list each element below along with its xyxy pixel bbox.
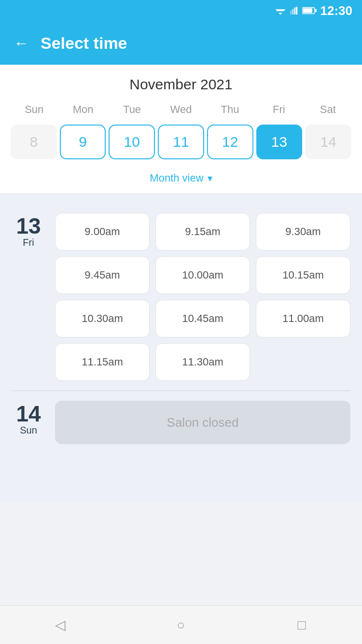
status-time: 12:30 [320, 3, 353, 18]
svg-rect-6 [294, 8, 295, 14]
month-view-toggle[interactable]: Month view ▾ [0, 167, 362, 194]
time-slot[interactable]: 9.30am [256, 213, 350, 251]
schedule-section: 13Fri9.00am9.15am9.30am9.45am10.00am10.1… [0, 194, 362, 502]
back-button[interactable]: ← [14, 34, 29, 52]
date-cell[interactable]: 14 [305, 125, 351, 159]
day-label: 14Sun [12, 401, 45, 444]
weekday-label: Fri [254, 101, 303, 118]
date-cell[interactable]: 11 [158, 125, 204, 159]
date-cell[interactable]: 12 [207, 125, 253, 159]
wifi-icon [275, 7, 286, 14]
svg-rect-5 [292, 9, 293, 14]
time-slot[interactable]: 11.30am [155, 343, 250, 381]
nav-bar: ◁ ○ □ [0, 605, 362, 644]
weekday-label: Sun [10, 101, 58, 118]
status-icons [275, 6, 317, 15]
calendar-section: November 2021 SunMonTueWedThuFriSat 8910… [0, 65, 362, 167]
time-slot[interactable]: 9.00am [55, 213, 150, 251]
signal-icon [289, 7, 299, 14]
time-slot[interactable]: 9.45am [55, 256, 150, 294]
recent-nav-button[interactable]: □ [290, 613, 314, 637]
svg-rect-10 [303, 8, 312, 13]
battery-icon [302, 6, 317, 15]
day-number: 14 [16, 403, 41, 425]
weekday-label: Mon [58, 101, 107, 118]
back-nav-button[interactable]: ◁ [48, 613, 72, 637]
weekdays-row: SunMonTueWedThuFriSat [10, 101, 352, 118]
date-cell[interactable]: 10 [109, 125, 155, 159]
time-slot[interactable]: 9.15am [155, 213, 250, 251]
weekday-label: Tue [108, 101, 156, 118]
month-year-label: November 2021 [10, 76, 352, 93]
day-block: 13Fri9.00am9.15am9.30am9.45am10.00am10.1… [12, 203, 350, 391]
weekday-label: Thu [206, 101, 254, 118]
month-view-label: Month view [150, 172, 203, 184]
page-title: Select time [41, 34, 127, 53]
date-cell[interactable]: 8 [11, 125, 57, 159]
date-cell[interactable]: 9 [60, 125, 106, 159]
day-block: 14SunSalon closed [12, 391, 350, 454]
home-nav-button[interactable]: ○ [169, 613, 193, 637]
svg-rect-7 [296, 7, 297, 14]
time-slot[interactable]: 10.15am [256, 256, 350, 294]
svg-rect-9 [315, 9, 316, 12]
time-grid: 9.00am9.15am9.30am9.45am10.00am10.15am10… [55, 213, 350, 381]
salon-closed-label: Salon closed [55, 401, 350, 444]
day-name: Sun [20, 425, 37, 436]
time-slot[interactable]: 10.30am [55, 300, 150, 337]
weekday-label: Wed [156, 101, 205, 118]
time-slot[interactable]: 10.00am [155, 256, 250, 294]
status-bar: 12:30 [0, 0, 362, 21]
weekday-label: Sat [304, 101, 352, 118]
date-cell[interactable]: 13 [256, 125, 303, 159]
day-label: 13Fri [12, 213, 45, 381]
chevron-down-icon: ▾ [208, 172, 212, 184]
time-slot[interactable]: 11.15am [55, 343, 150, 381]
dates-row: 891011121314 [10, 123, 352, 167]
app-header: ← Select time [0, 21, 362, 65]
time-slot[interactable]: 10.45am [155, 300, 250, 337]
svg-rect-4 [290, 11, 292, 14]
day-name: Fri [23, 237, 34, 248]
time-slot[interactable]: 11.00am [256, 300, 350, 337]
day-number: 13 [16, 215, 41, 237]
